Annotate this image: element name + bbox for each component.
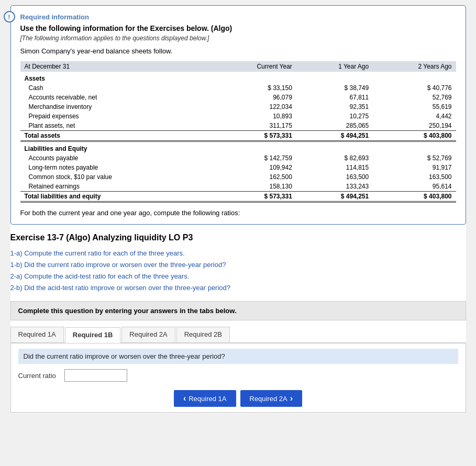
total-1yr: $ 494,251 bbox=[296, 192, 373, 202]
row-2yr: 52,769 bbox=[373, 93, 456, 102]
total-label: Total liabilities and equity bbox=[20, 192, 211, 202]
row-current: 158,130 bbox=[210, 182, 296, 192]
chevron-right-icon bbox=[290, 394, 293, 403]
row-1yr: 67,811 bbox=[296, 93, 373, 102]
row-label: Long-term notes payable bbox=[20, 163, 211, 172]
row-2yr: 163,500 bbox=[373, 172, 456, 182]
question-2b: 2-b) Did the acid-test ratio improve or … bbox=[10, 282, 466, 294]
total-row: Total assets $ 573,331 $ 494,251 $ 403,8… bbox=[20, 131, 456, 141]
row-current: 162,500 bbox=[210, 172, 296, 182]
row-current: 96,079 bbox=[210, 93, 296, 102]
forward-button[interactable]: Required 2A bbox=[240, 390, 303, 407]
table-row: Accounts receivable, net 96,079 67,811 5… bbox=[20, 93, 456, 102]
question-1b: 1-b) Did the current ratio improve or wo… bbox=[10, 259, 466, 271]
table-row: Prepaid expenses 10,893 10,275 4,442 bbox=[20, 112, 456, 121]
col-header-label: At December 31 bbox=[20, 61, 211, 72]
current-ratio-label: Current ratio bbox=[18, 372, 60, 380]
row-1yr: 285,065 bbox=[296, 121, 373, 131]
forward-button-label: Required 2A bbox=[250, 395, 287, 403]
row-2yr: $ 52,769 bbox=[373, 153, 456, 163]
table-row: Accounts payable $ 142,759 $ 82,693 $ 52… bbox=[20, 153, 456, 163]
table-row: Common stock, $10 par value 162,500 163,… bbox=[20, 172, 456, 182]
row-label: Accounts receivable, net bbox=[20, 93, 211, 102]
table-row: Cash $ 33,150 $ 38,749 $ 40,776 bbox=[20, 83, 456, 93]
back-button[interactable]: Required 1A bbox=[174, 390, 236, 407]
question-list: 1-a) Compute the current ratio for each … bbox=[10, 248, 466, 294]
row-label: Plant assets, net bbox=[20, 121, 211, 131]
table-row: Merchandise inventory 122,034 92,351 55,… bbox=[20, 102, 456, 112]
current-ratio-input[interactable] bbox=[64, 369, 127, 382]
row-current: $ 142,759 bbox=[210, 153, 296, 163]
complete-box-text: Complete this question by entering your … bbox=[18, 307, 237, 315]
tab-question: Did the current ratio improve or worsen … bbox=[18, 349, 458, 364]
row-1yr: 114,815 bbox=[296, 163, 373, 172]
row-label: Cash bbox=[20, 83, 211, 93]
tabs-container: Required 1ARequired 1BRequired 2ARequire… bbox=[10, 327, 466, 343]
exercise-title-heading: Use the following information for the Ex… bbox=[20, 24, 456, 32]
table-row: Plant assets, net 311,175 285,065 250,19… bbox=[20, 121, 456, 131]
row-1yr: 133,243 bbox=[296, 182, 373, 192]
question-2a: 2-a) Compute the acid-test ratio for eac… bbox=[10, 271, 466, 282]
table-row: Long-term notes payable 109,942 114,815 … bbox=[20, 163, 456, 172]
row-current: 122,034 bbox=[210, 102, 296, 112]
info-icon: ! bbox=[4, 11, 15, 23]
italic-note: [The following information applies to th… bbox=[20, 35, 456, 42]
required-info-label: Required information bbox=[20, 13, 456, 21]
col-header-1yr: 1 Year Ago bbox=[296, 61, 373, 72]
row-current: 109,942 bbox=[210, 163, 296, 172]
chevron-left-icon bbox=[183, 394, 186, 403]
row-2yr: 55,619 bbox=[373, 102, 456, 112]
nav-buttons: Required 1A Required 2A bbox=[18, 390, 458, 407]
col-header-2yr: 2 Years Ago bbox=[373, 61, 456, 72]
back-button-label: Required 1A bbox=[189, 395, 226, 403]
tab-req2a[interactable]: Required 2A bbox=[121, 327, 175, 342]
total-current: $ 573,331 bbox=[210, 131, 296, 141]
row-1yr: $ 38,749 bbox=[296, 83, 373, 93]
info-box: ! Required information Use the following… bbox=[10, 5, 466, 225]
row-2yr: 250,194 bbox=[373, 121, 456, 131]
row-current: 311,175 bbox=[210, 121, 296, 131]
current-ratio-row: Current ratio bbox=[18, 369, 458, 382]
row-2yr: 4,442 bbox=[373, 112, 456, 121]
exercise-main-title: Exercise 13-7 (Algo) Analyzing liquidity… bbox=[10, 233, 466, 242]
row-current: $ 33,150 bbox=[210, 83, 296, 93]
tab-req1a[interactable]: Required 1A bbox=[10, 327, 64, 342]
total-1yr: $ 494,251 bbox=[296, 131, 373, 141]
row-1yr: $ 82,693 bbox=[296, 153, 373, 163]
total-label: Total assets bbox=[20, 131, 211, 141]
row-label: Accounts payable bbox=[20, 153, 211, 163]
simon-text: Simon Company's year-end balance sheets … bbox=[20, 47, 456, 55]
total-2yr: $ 403,800 bbox=[373, 192, 456, 202]
row-label: Retained earnings bbox=[20, 182, 211, 192]
row-2yr: $ 40,776 bbox=[373, 83, 456, 93]
row-1yr: 10,275 bbox=[296, 112, 373, 121]
tab-req1b[interactable]: Required 1B bbox=[65, 327, 121, 343]
row-1yr: 163,500 bbox=[296, 172, 373, 182]
for-both-text: For both the current year and one year a… bbox=[20, 209, 456, 217]
section-header: Liabilities and Equity bbox=[20, 141, 456, 154]
table-row: Retained earnings 158,130 133,243 95,614 bbox=[20, 182, 456, 192]
total-2yr: $ 403,800 bbox=[373, 131, 456, 141]
balance-sheet-table: At December 31 Current Year 1 Year Ago 2… bbox=[20, 61, 456, 203]
row-label: Merchandise inventory bbox=[20, 102, 211, 112]
tab-content: Did the current ratio improve or worsen … bbox=[10, 343, 466, 413]
section-header: Assets bbox=[20, 72, 456, 83]
row-label: Common stock, $10 par value bbox=[20, 172, 211, 182]
exercise-section: Exercise 13-7 (Algo) Analyzing liquidity… bbox=[10, 233, 466, 294]
row-2yr: 91,917 bbox=[373, 163, 456, 172]
complete-box: Complete this question by entering your … bbox=[10, 301, 466, 320]
row-label: Prepaid expenses bbox=[20, 112, 211, 121]
row-current: 10,893 bbox=[210, 112, 296, 121]
total-current: $ 573,331 bbox=[210, 192, 296, 202]
tab-req2b[interactable]: Required 2B bbox=[176, 327, 230, 342]
total-row: Total liabilities and equity $ 573,331 $… bbox=[20, 192, 456, 202]
col-header-current: Current Year bbox=[210, 61, 296, 72]
question-1a: 1-a) Compute the current ratio for each … bbox=[10, 248, 466, 259]
row-2yr: 95,614 bbox=[373, 182, 456, 192]
row-1yr: 92,351 bbox=[296, 102, 373, 112]
